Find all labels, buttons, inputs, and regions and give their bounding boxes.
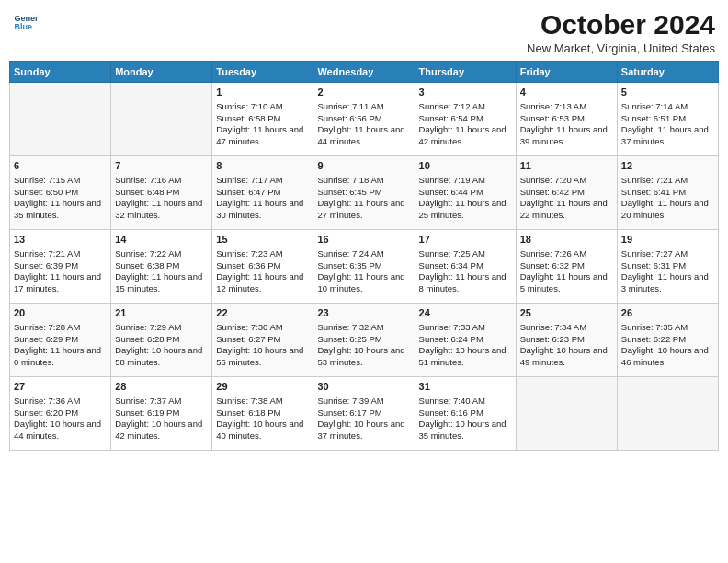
calendar-day: 16Sunrise: 7:24 AMSunset: 6:35 PMDayligh…: [313, 230, 415, 304]
day-number: 13: [14, 233, 107, 247]
day-info: Sunrise: 7:33 AMSunset: 6:24 PMDaylight:…: [419, 322, 512, 369]
calendar-day: 30Sunrise: 7:39 AMSunset: 6:17 PMDayligh…: [313, 377, 415, 451]
weekday-header: Monday: [111, 62, 212, 83]
day-info: Sunrise: 7:28 AMSunset: 6:29 PMDaylight:…: [14, 322, 107, 369]
weekday-header: Wednesday: [313, 62, 415, 83]
calendar-day: 8Sunrise: 7:17 AMSunset: 6:47 PMDaylight…: [212, 156, 313, 230]
day-info: Sunrise: 7:22 AMSunset: 6:38 PMDaylight:…: [115, 248, 208, 295]
day-number: 4: [520, 86, 613, 99]
day-number: 23: [317, 306, 410, 320]
weekday-header: Friday: [516, 62, 617, 83]
day-info: Sunrise: 7:32 AMSunset: 6:25 PMDaylight:…: [317, 322, 410, 369]
calendar-day: 10Sunrise: 7:19 AMSunset: 6:44 PMDayligh…: [415, 156, 516, 230]
calendar-day: 3Sunrise: 7:12 AMSunset: 6:54 PMDaylight…: [415, 83, 516, 156]
calendar-day: 20Sunrise: 7:28 AMSunset: 6:29 PMDayligh…: [10, 304, 111, 377]
calendar-day: [516, 377, 617, 451]
day-number: 31: [419, 380, 512, 394]
day-number: 9: [317, 159, 410, 173]
day-number: 6: [14, 159, 107, 173]
calendar-day: 31Sunrise: 7:40 AMSunset: 6:16 PMDayligh…: [415, 377, 516, 451]
day-info: Sunrise: 7:19 AMSunset: 6:44 PMDaylight:…: [419, 175, 512, 222]
day-number: 27: [14, 380, 107, 394]
day-info: Sunrise: 7:29 AMSunset: 6:28 PMDaylight:…: [115, 322, 208, 369]
calendar-day: 29Sunrise: 7:38 AMSunset: 6:18 PMDayligh…: [212, 377, 313, 451]
calendar-day: 21Sunrise: 7:29 AMSunset: 6:28 PMDayligh…: [111, 304, 212, 377]
day-number: 2: [317, 86, 410, 99]
day-number: 20: [14, 306, 107, 320]
weekday-header: Tuesday: [212, 62, 313, 83]
day-number: 19: [621, 233, 714, 247]
day-number: 5: [621, 86, 714, 99]
calendar-day: 19Sunrise: 7:27 AMSunset: 6:31 PMDayligh…: [617, 230, 718, 304]
day-number: 26: [621, 306, 714, 320]
calendar-day: 23Sunrise: 7:32 AMSunset: 6:25 PMDayligh…: [313, 304, 415, 377]
calendar-day: 14Sunrise: 7:22 AMSunset: 6:38 PMDayligh…: [111, 230, 212, 304]
calendar-week: 1Sunrise: 7:10 AMSunset: 6:58 PMDaylight…: [10, 83, 719, 156]
calendar-day: 9Sunrise: 7:18 AMSunset: 6:45 PMDaylight…: [313, 156, 415, 230]
day-number: 30: [317, 380, 410, 394]
calendar-day: 11Sunrise: 7:20 AMSunset: 6:42 PMDayligh…: [516, 156, 617, 230]
calendar-day: 13Sunrise: 7:21 AMSunset: 6:39 PMDayligh…: [10, 230, 111, 304]
weekday-header: Sunday: [10, 62, 111, 83]
calendar-day: 26Sunrise: 7:35 AMSunset: 6:22 PMDayligh…: [617, 304, 718, 377]
day-info: Sunrise: 7:18 AMSunset: 6:45 PMDaylight:…: [317, 175, 410, 222]
day-number: 21: [115, 306, 208, 320]
calendar-day: 24Sunrise: 7:33 AMSunset: 6:24 PMDayligh…: [415, 304, 516, 377]
day-number: 10: [419, 159, 512, 173]
day-number: 3: [419, 86, 512, 99]
day-info: Sunrise: 7:27 AMSunset: 6:31 PMDaylight:…: [621, 248, 714, 295]
day-info: Sunrise: 7:10 AMSunset: 6:58 PMDaylight:…: [216, 101, 309, 148]
calendar-body: 1Sunrise: 7:10 AMSunset: 6:58 PMDaylight…: [10, 83, 719, 451]
day-number: 24: [419, 306, 512, 320]
calendar-table: SundayMondayTuesdayWednesdayThursdayFrid…: [9, 61, 719, 451]
svg-text:General: General: [14, 14, 39, 23]
day-info: Sunrise: 7:11 AMSunset: 6:56 PMDaylight:…: [317, 101, 410, 148]
day-number: 25: [520, 306, 613, 320]
calendar-day: 15Sunrise: 7:23 AMSunset: 6:36 PMDayligh…: [212, 230, 313, 304]
day-info: Sunrise: 7:36 AMSunset: 6:20 PMDaylight:…: [14, 396, 107, 442]
calendar-day: [10, 83, 111, 156]
calendar-header: SundayMondayTuesdayWednesdayThursdayFrid…: [10, 62, 719, 83]
calendar-day: [111, 83, 212, 156]
day-info: Sunrise: 7:23 AMSunset: 6:36 PMDaylight:…: [216, 248, 309, 295]
day-number: 18: [520, 233, 613, 247]
calendar-day: 1Sunrise: 7:10 AMSunset: 6:58 PMDaylight…: [212, 83, 313, 156]
calendar-day: 12Sunrise: 7:21 AMSunset: 6:41 PMDayligh…: [617, 156, 718, 230]
day-info: Sunrise: 7:21 AMSunset: 6:41 PMDaylight:…: [621, 175, 714, 222]
calendar-day: 22Sunrise: 7:30 AMSunset: 6:27 PMDayligh…: [212, 304, 313, 377]
day-info: Sunrise: 7:15 AMSunset: 6:50 PMDaylight:…: [14, 175, 107, 222]
day-info: Sunrise: 7:26 AMSunset: 6:32 PMDaylight:…: [520, 248, 613, 295]
title-block: October 2024 New Market, Virginia, Unite…: [527, 9, 715, 55]
calendar-day: 2Sunrise: 7:11 AMSunset: 6:56 PMDaylight…: [313, 83, 415, 156]
day-number: 22: [216, 306, 309, 320]
weekday-header: Saturday: [617, 62, 718, 83]
day-info: Sunrise: 7:20 AMSunset: 6:42 PMDaylight:…: [520, 175, 613, 222]
calendar-day: 27Sunrise: 7:36 AMSunset: 6:20 PMDayligh…: [10, 377, 111, 451]
calendar-week: 6Sunrise: 7:15 AMSunset: 6:50 PMDaylight…: [10, 156, 719, 230]
day-number: 17: [419, 233, 512, 247]
day-number: 1: [216, 86, 309, 99]
calendar-day: 7Sunrise: 7:16 AMSunset: 6:48 PMDaylight…: [111, 156, 212, 230]
day-info: Sunrise: 7:35 AMSunset: 6:22 PMDaylight:…: [621, 322, 714, 369]
day-info: Sunrise: 7:21 AMSunset: 6:39 PMDaylight:…: [14, 248, 107, 295]
day-number: 8: [216, 159, 309, 173]
day-info: Sunrise: 7:30 AMSunset: 6:27 PMDaylight:…: [216, 322, 309, 369]
day-info: Sunrise: 7:16 AMSunset: 6:48 PMDaylight:…: [115, 175, 208, 222]
day-number: 14: [115, 233, 208, 247]
day-info: Sunrise: 7:13 AMSunset: 6:53 PMDaylight:…: [520, 101, 613, 148]
logo-icon: General Blue: [13, 9, 39, 35]
calendar-week: 27Sunrise: 7:36 AMSunset: 6:20 PMDayligh…: [10, 377, 719, 451]
calendar-day: 5Sunrise: 7:14 AMSunset: 6:51 PMDaylight…: [617, 83, 718, 156]
day-info: Sunrise: 7:25 AMSunset: 6:34 PMDaylight:…: [419, 248, 512, 295]
calendar-day: 25Sunrise: 7:34 AMSunset: 6:23 PMDayligh…: [516, 304, 617, 377]
logo: General Blue: [13, 9, 39, 35]
weekday-row: SundayMondayTuesdayWednesdayThursdayFrid…: [10, 62, 719, 83]
day-number: 7: [115, 159, 208, 173]
day-number: 15: [216, 233, 309, 247]
calendar-day: 4Sunrise: 7:13 AMSunset: 6:53 PMDaylight…: [516, 83, 617, 156]
calendar-day: 17Sunrise: 7:25 AMSunset: 6:34 PMDayligh…: [415, 230, 516, 304]
day-info: Sunrise: 7:12 AMSunset: 6:54 PMDaylight:…: [419, 101, 512, 148]
day-info: Sunrise: 7:38 AMSunset: 6:18 PMDaylight:…: [216, 396, 309, 442]
day-info: Sunrise: 7:40 AMSunset: 6:16 PMDaylight:…: [419, 396, 512, 442]
svg-text:Blue: Blue: [14, 22, 32, 31]
